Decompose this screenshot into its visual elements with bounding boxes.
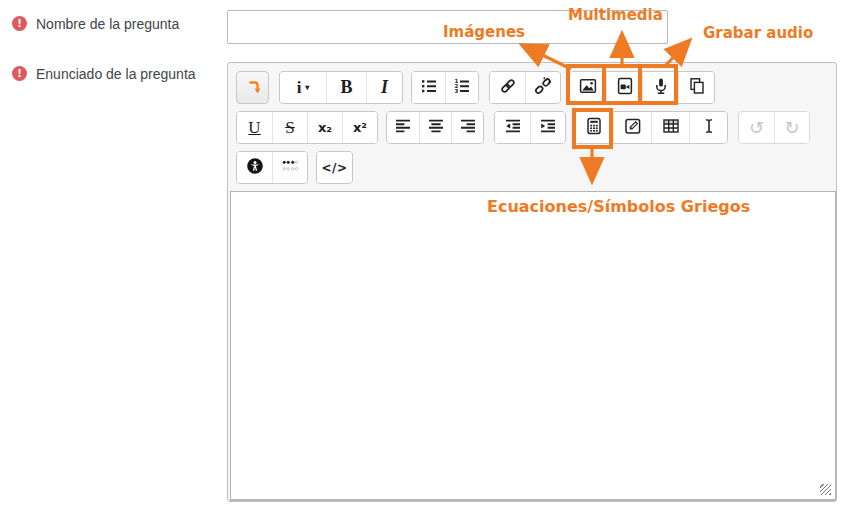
group-html: </> [316, 151, 353, 184]
accessibility-checker-button[interactable] [237, 152, 272, 183]
table-icon [661, 116, 681, 140]
indent-icon [538, 116, 558, 140]
redo-button[interactable]: ↻ [774, 112, 809, 143]
group-text-style: i ▾ B I [279, 71, 403, 104]
svg-text:3: 3 [454, 88, 458, 94]
chevron-down-icon: ▾ [305, 83, 309, 92]
copy-pages-icon [687, 76, 707, 100]
toolbar-row-3: </> [228, 151, 836, 184]
atto-editor: i ▾ B I 123 [227, 62, 837, 502]
annotation-images: Imágenes [443, 23, 525, 41]
required-icon: ! [12, 16, 27, 31]
align-center-icon [426, 116, 446, 140]
group-format: U S x₂ x² [236, 111, 378, 144]
question-form-page: { "form": { "required_glyph": "!", "fiel… [0, 0, 852, 526]
group-lists: 123 [411, 71, 479, 104]
group-undo-redo: ↺ ↻ [738, 111, 810, 144]
outdent-icon [503, 116, 523, 140]
annotation-multimedia: Multimedia [568, 6, 663, 24]
question-text-label: Enunciado de la pregunta [36, 66, 196, 82]
italic-button[interactable]: I [366, 72, 402, 103]
braille-dots-icon [280, 156, 300, 180]
required-icon: ! [12, 66, 27, 81]
outdent-button[interactable] [495, 112, 530, 143]
question-name-label: Nombre de la pregunta [36, 16, 179, 32]
indent-button[interactable] [530, 112, 565, 143]
highlight-box-media [602, 64, 642, 105]
align-right-icon [458, 116, 478, 140]
group-toggle [236, 71, 269, 104]
unordered-list-button[interactable] [412, 72, 445, 103]
group-accessibility [236, 151, 308, 184]
align-left-icon [393, 116, 413, 140]
bullet-list-icon [419, 76, 439, 100]
bold-button[interactable]: B [326, 72, 366, 103]
align-center-button[interactable] [419, 112, 451, 143]
group-links [489, 71, 561, 104]
ordered-list-button[interactable]: 123 [445, 72, 478, 103]
superscript-button[interactable]: x² [342, 112, 377, 143]
paragraph-style-button[interactable]: i ▾ [280, 72, 326, 103]
i-beam-icon [699, 116, 719, 140]
group-align [386, 111, 484, 144]
annotation-equations: Ecuaciones/Símbolos Griegos [487, 197, 750, 216]
highlight-box-record-audio [638, 64, 678, 105]
accessibility-icon [245, 156, 265, 180]
edit-formula-button[interactable] [613, 112, 651, 143]
question-text-area[interactable] [230, 191, 836, 501]
text-cursor-button[interactable] [689, 112, 727, 143]
highlight-box-equation [572, 108, 613, 149]
unlink-icon [533, 76, 553, 100]
strikethrough-button[interactable]: S [272, 112, 307, 143]
resize-handle[interactable] [820, 484, 831, 495]
collapse-toolbar-button[interactable] [237, 72, 268, 103]
undo-button[interactable]: ↺ [739, 112, 774, 143]
unlink-button[interactable] [525, 72, 560, 103]
underline-button[interactable]: U [237, 112, 272, 143]
group-indent [494, 111, 566, 144]
collapse-arrow-icon [243, 76, 263, 100]
subscript-button[interactable]: x₂ [307, 112, 342, 143]
manage-files-button[interactable] [678, 72, 714, 103]
pencil-square-icon [623, 116, 643, 140]
highlight-box-image [566, 64, 606, 105]
align-left-button[interactable] [387, 112, 419, 143]
align-right-button[interactable] [451, 112, 483, 143]
annotation-record-audio: Grabar audio [703, 24, 813, 42]
link-icon [498, 76, 518, 100]
toolbar-row-2: U S x₂ x² [228, 111, 836, 144]
style-i-icon: i [297, 78, 302, 98]
html-source-button[interactable]: </> [317, 152, 352, 183]
screenreader-helper-button[interactable] [272, 152, 307, 183]
link-button[interactable] [490, 72, 525, 103]
insert-table-button[interactable] [651, 112, 689, 143]
toolbar-row-1: i ▾ B I 123 [228, 71, 836, 104]
numbered-list-icon: 123 [452, 76, 472, 100]
